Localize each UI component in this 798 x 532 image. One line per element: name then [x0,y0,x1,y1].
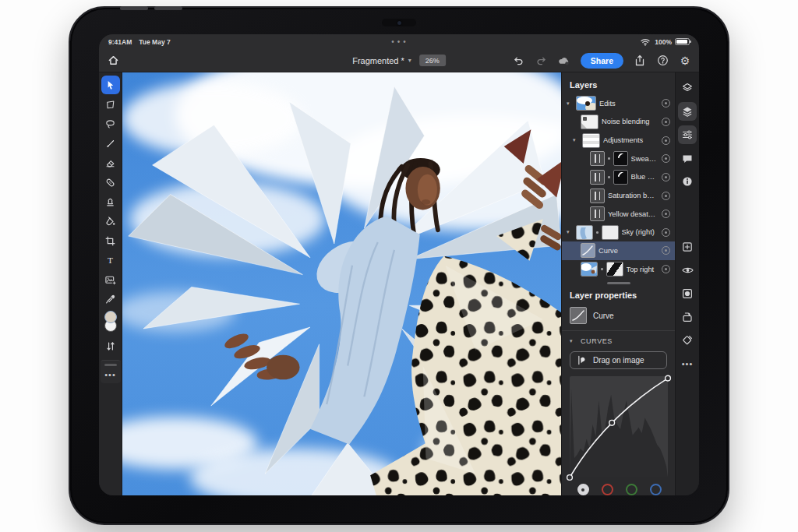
layer-row-saturation-boost[interactable]: Saturation boost [562,186,675,205]
layer-visibility-toggle[interactable] [662,154,670,163]
layer-row-blue-match[interactable]: Blue match [562,168,675,187]
layer-row-curve[interactable]: Curve [562,241,675,260]
mask-link-icon [608,157,610,160]
adjustment-layer-icon [590,188,605,203]
layer-name: Sweat...ooster [631,155,658,163]
layer-visibility-toggle[interactable] [662,246,670,255]
curves-section-title: CURVES [581,337,613,345]
layer-visibility-toggle[interactable] [662,118,670,126]
layer-row-top-right[interactable]: Top right [562,260,675,279]
layer-name: Edits [599,100,657,107]
eraser-tool[interactable] [101,153,120,172]
curve-control-point[interactable] [666,375,671,381]
undo-button[interactable] [513,55,525,67]
layer-properties-icon[interactable] [678,102,697,121]
layer-row-sky-right[interactable]: ▾ Sky (right) [562,223,675,241]
curve-layer-thumbnail [581,243,595,258]
channel-blue-button[interactable] [650,484,662,495]
disclosure-triangle-icon[interactable]: ▾ [573,137,579,143]
curves-editor[interactable] [570,376,669,495]
type-tool[interactable]: T [101,251,120,270]
drag-on-image-label: Drag on image [593,356,644,365]
eyedropper-tool[interactable] [101,290,120,308]
chevron-down-icon: ▾ [570,338,576,344]
layer-name: Adjustments [603,136,657,144]
place-photo-tool[interactable] [101,270,120,289]
canvas[interactable] [122,72,561,495]
share-button[interactable]: Share [581,53,623,69]
document-title-menu[interactable]: Fragmented * ▾ [352,56,411,65]
tool-rail: T [99,72,122,495]
foreground-background-colors[interactable] [101,311,120,334]
volume-up-button [120,6,148,10]
layer-visibility-toggle[interactable] [662,173,670,181]
home-icon[interactable] [107,55,119,67]
channel-green-button[interactable] [626,484,637,495]
layer-visibility-toggle[interactable] [662,192,670,200]
layer-mask-icon[interactable] [678,284,697,303]
layer-row-edits[interactable]: ▾ Edits [562,94,675,113]
channel-composite-button[interactable] [577,484,589,495]
layer-effects-icon[interactable] [678,331,697,350]
info-icon[interactable] [678,172,697,191]
disclosure-triangle-icon[interactable]: ▾ [567,100,573,107]
layers-panel-title: Layers [562,79,675,94]
layer-row-yellow-desaturation[interactable]: Yellow desaturation [562,205,675,224]
layer-visibility-toggle[interactable] [662,99,670,107]
curves-section-header[interactable]: ▾ CURVES [562,331,675,351]
adjustments-sliders-icon[interactable] [678,125,697,144]
disclosure-triangle-icon[interactable]: ▾ [567,229,573,235]
brush-tool[interactable] [101,134,120,153]
layer-thumbnail [581,115,598,129]
layer-visibility-toggle[interactable] [662,265,670,273]
multitask-dots-icon[interactable]: • • • [391,39,407,45]
clip-layer-icon[interactable] [678,308,697,326]
status-bar: 9:41AM Tue May 7 • • • 100% [99,34,699,49]
export-icon[interactable] [634,55,646,67]
curve-control-point[interactable] [609,420,615,425]
comments-icon[interactable] [678,149,697,167]
cloud-sync-icon[interactable] [558,55,570,67]
toolbar-drag-handle[interactable] [104,364,117,366]
settings-gear-icon[interactable]: ⚙ [679,55,691,67]
mask-link-icon [596,231,598,234]
visibility-eye-icon[interactable] [678,261,697,280]
layer-mask-thumbnail [613,151,628,166]
layer-row-sweater-booster[interactable]: Sweat...ooster [562,150,675,168]
layer-thumbnail [576,96,596,111]
adjustment-layer-icon [590,206,605,221]
clone-stamp-tool[interactable] [101,192,120,211]
layer-name: Yellow desaturation [608,210,657,218]
redo-button[interactable] [535,55,548,67]
fill-tool[interactable] [101,212,120,231]
layer-visibility-toggle[interactable] [662,210,670,218]
more-tools-button[interactable]: ••• [101,368,120,382]
layer-name: Sky (right) [622,228,658,236]
transform-tool[interactable] [101,95,120,114]
foreground-color-swatch[interactable] [104,311,117,323]
add-layer-icon[interactable] [678,238,697,256]
layer-visibility-toggle[interactable] [662,136,670,145]
channel-red-button[interactable] [602,484,613,495]
layer-row-adjustments[interactable]: ▾ Adjustments [562,131,675,150]
panel-resize-handle[interactable] [607,282,630,284]
crop-tool[interactable] [101,231,120,250]
curve-control-point[interactable] [567,475,573,481]
curves-histogram-chart[interactable] [570,376,668,477]
status-time: 9:41AM [108,38,132,46]
targeted-adjustment-icon [577,355,588,365]
lasso-select-tool[interactable] [101,115,120,133]
mask-link-icon [601,268,603,270]
zoom-level-badge[interactable]: 26% [419,55,446,66]
drag-on-image-button[interactable]: Drag on image [570,351,667,369]
battery-percent: 100% [655,38,672,46]
more-options-icon[interactable]: ••• [678,354,697,373]
help-icon[interactable] [656,55,669,67]
layer-visibility-toggle[interactable] [662,228,670,237]
swap-colors-button[interactable] [101,336,120,355]
ipad-device-frame: 9:41AM Tue May 7 • • • 100% [69,6,729,525]
move-tool[interactable] [101,76,120,94]
layers-icon[interactable] [678,79,697,97]
healing-brush-tool[interactable] [101,173,120,192]
layer-row-noise-blending[interactable]: Noise blending [562,113,675,132]
